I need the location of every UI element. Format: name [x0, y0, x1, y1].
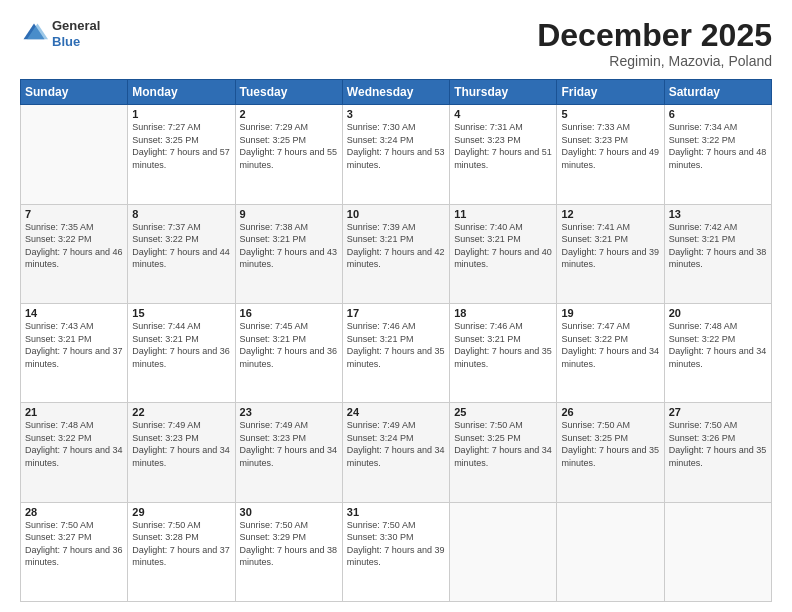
calendar-cell: 4Sunrise: 7:31 AMSunset: 3:23 PMDaylight… — [450, 105, 557, 204]
day-info: Sunrise: 7:35 AMSunset: 3:22 PMDaylight:… — [25, 221, 123, 271]
day-info: Sunrise: 7:31 AMSunset: 3:23 PMDaylight:… — [454, 121, 552, 171]
calendar-cell: 24Sunrise: 7:49 AMSunset: 3:24 PMDayligh… — [342, 403, 449, 502]
day-number: 6 — [669, 108, 767, 120]
day-info: Sunrise: 7:38 AMSunset: 3:21 PMDaylight:… — [240, 221, 338, 271]
day-info: Sunrise: 7:41 AMSunset: 3:21 PMDaylight:… — [561, 221, 659, 271]
header-saturday: Saturday — [664, 80, 771, 105]
calendar-cell: 31Sunrise: 7:50 AMSunset: 3:30 PMDayligh… — [342, 502, 449, 601]
day-info: Sunrise: 7:50 AMSunset: 3:27 PMDaylight:… — [25, 519, 123, 569]
day-number: 27 — [669, 406, 767, 418]
day-number: 13 — [669, 208, 767, 220]
day-number: 26 — [561, 406, 659, 418]
header-wednesday: Wednesday — [342, 80, 449, 105]
page: General Blue December 2025 Regimin, Mazo… — [0, 0, 792, 612]
day-info: Sunrise: 7:50 AMSunset: 3:26 PMDaylight:… — [669, 419, 767, 469]
header: General Blue December 2025 Regimin, Mazo… — [20, 18, 772, 69]
calendar-table: Sunday Monday Tuesday Wednesday Thursday… — [20, 79, 772, 602]
day-info: Sunrise: 7:46 AMSunset: 3:21 PMDaylight:… — [347, 320, 445, 370]
calendar-cell: 26Sunrise: 7:50 AMSunset: 3:25 PMDayligh… — [557, 403, 664, 502]
day-info: Sunrise: 7:48 AMSunset: 3:22 PMDaylight:… — [669, 320, 767, 370]
day-info: Sunrise: 7:46 AMSunset: 3:21 PMDaylight:… — [454, 320, 552, 370]
logo-text: General Blue — [52, 18, 100, 49]
day-number: 3 — [347, 108, 445, 120]
day-info: Sunrise: 7:37 AMSunset: 3:22 PMDaylight:… — [132, 221, 230, 271]
day-number: 24 — [347, 406, 445, 418]
day-info: Sunrise: 7:33 AMSunset: 3:23 PMDaylight:… — [561, 121, 659, 171]
day-number: 22 — [132, 406, 230, 418]
day-number: 28 — [25, 506, 123, 518]
calendar-cell: 27Sunrise: 7:50 AMSunset: 3:26 PMDayligh… — [664, 403, 771, 502]
day-info: Sunrise: 7:44 AMSunset: 3:21 PMDaylight:… — [132, 320, 230, 370]
day-number: 11 — [454, 208, 552, 220]
logo-general: General — [52, 18, 100, 33]
day-info: Sunrise: 7:49 AMSunset: 3:23 PMDaylight:… — [240, 419, 338, 469]
calendar-week-row: 28Sunrise: 7:50 AMSunset: 3:27 PMDayligh… — [21, 502, 772, 601]
day-info: Sunrise: 7:34 AMSunset: 3:22 PMDaylight:… — [669, 121, 767, 171]
logo-icon — [20, 20, 48, 48]
day-number: 4 — [454, 108, 552, 120]
logo: General Blue — [20, 18, 100, 49]
calendar-cell: 29Sunrise: 7:50 AMSunset: 3:28 PMDayligh… — [128, 502, 235, 601]
calendar-cell: 30Sunrise: 7:50 AMSunset: 3:29 PMDayligh… — [235, 502, 342, 601]
calendar-week-row: 21Sunrise: 7:48 AMSunset: 3:22 PMDayligh… — [21, 403, 772, 502]
day-info: Sunrise: 7:50 AMSunset: 3:25 PMDaylight:… — [454, 419, 552, 469]
day-info: Sunrise: 7:47 AMSunset: 3:22 PMDaylight:… — [561, 320, 659, 370]
day-number: 20 — [669, 307, 767, 319]
day-number: 9 — [240, 208, 338, 220]
day-info: Sunrise: 7:39 AMSunset: 3:21 PMDaylight:… — [347, 221, 445, 271]
calendar-cell: 22Sunrise: 7:49 AMSunset: 3:23 PMDayligh… — [128, 403, 235, 502]
calendar-cell: 14Sunrise: 7:43 AMSunset: 3:21 PMDayligh… — [21, 303, 128, 402]
calendar-cell: 6Sunrise: 7:34 AMSunset: 3:22 PMDaylight… — [664, 105, 771, 204]
day-info: Sunrise: 7:50 AMSunset: 3:28 PMDaylight:… — [132, 519, 230, 569]
calendar-cell — [450, 502, 557, 601]
day-info: Sunrise: 7:29 AMSunset: 3:25 PMDaylight:… — [240, 121, 338, 171]
day-number: 19 — [561, 307, 659, 319]
calendar-cell: 28Sunrise: 7:50 AMSunset: 3:27 PMDayligh… — [21, 502, 128, 601]
calendar-cell — [557, 502, 664, 601]
header-sunday: Sunday — [21, 80, 128, 105]
calendar-cell: 18Sunrise: 7:46 AMSunset: 3:21 PMDayligh… — [450, 303, 557, 402]
calendar-cell: 7Sunrise: 7:35 AMSunset: 3:22 PMDaylight… — [21, 204, 128, 303]
calendar-cell: 3Sunrise: 7:30 AMSunset: 3:24 PMDaylight… — [342, 105, 449, 204]
day-info: Sunrise: 7:50 AMSunset: 3:29 PMDaylight:… — [240, 519, 338, 569]
calendar-week-row: 7Sunrise: 7:35 AMSunset: 3:22 PMDaylight… — [21, 204, 772, 303]
calendar-cell: 12Sunrise: 7:41 AMSunset: 3:21 PMDayligh… — [557, 204, 664, 303]
day-number: 15 — [132, 307, 230, 319]
header-thursday: Thursday — [450, 80, 557, 105]
day-number: 7 — [25, 208, 123, 220]
calendar-cell — [664, 502, 771, 601]
calendar-cell: 21Sunrise: 7:48 AMSunset: 3:22 PMDayligh… — [21, 403, 128, 502]
calendar-cell: 9Sunrise: 7:38 AMSunset: 3:21 PMDaylight… — [235, 204, 342, 303]
header-monday: Monday — [128, 80, 235, 105]
month-title: December 2025 — [537, 18, 772, 53]
day-number: 10 — [347, 208, 445, 220]
day-number: 5 — [561, 108, 659, 120]
day-number: 30 — [240, 506, 338, 518]
day-info: Sunrise: 7:48 AMSunset: 3:22 PMDaylight:… — [25, 419, 123, 469]
calendar-cell: 13Sunrise: 7:42 AMSunset: 3:21 PMDayligh… — [664, 204, 771, 303]
day-number: 21 — [25, 406, 123, 418]
day-number: 16 — [240, 307, 338, 319]
day-number: 8 — [132, 208, 230, 220]
header-tuesday: Tuesday — [235, 80, 342, 105]
day-number: 23 — [240, 406, 338, 418]
day-number: 31 — [347, 506, 445, 518]
day-info: Sunrise: 7:42 AMSunset: 3:21 PMDaylight:… — [669, 221, 767, 271]
calendar-cell: 20Sunrise: 7:48 AMSunset: 3:22 PMDayligh… — [664, 303, 771, 402]
calendar-cell: 17Sunrise: 7:46 AMSunset: 3:21 PMDayligh… — [342, 303, 449, 402]
calendar-cell: 19Sunrise: 7:47 AMSunset: 3:22 PMDayligh… — [557, 303, 664, 402]
day-info: Sunrise: 7:49 AMSunset: 3:24 PMDaylight:… — [347, 419, 445, 469]
day-number: 25 — [454, 406, 552, 418]
calendar-cell: 8Sunrise: 7:37 AMSunset: 3:22 PMDaylight… — [128, 204, 235, 303]
calendar-week-row: 14Sunrise: 7:43 AMSunset: 3:21 PMDayligh… — [21, 303, 772, 402]
calendar-cell: 25Sunrise: 7:50 AMSunset: 3:25 PMDayligh… — [450, 403, 557, 502]
calendar-cell — [21, 105, 128, 204]
calendar-cell: 1Sunrise: 7:27 AMSunset: 3:25 PMDaylight… — [128, 105, 235, 204]
day-number: 18 — [454, 307, 552, 319]
day-number: 17 — [347, 307, 445, 319]
day-number: 14 — [25, 307, 123, 319]
calendar-cell: 10Sunrise: 7:39 AMSunset: 3:21 PMDayligh… — [342, 204, 449, 303]
day-number: 12 — [561, 208, 659, 220]
calendar-cell: 23Sunrise: 7:49 AMSunset: 3:23 PMDayligh… — [235, 403, 342, 502]
calendar-cell: 11Sunrise: 7:40 AMSunset: 3:21 PMDayligh… — [450, 204, 557, 303]
